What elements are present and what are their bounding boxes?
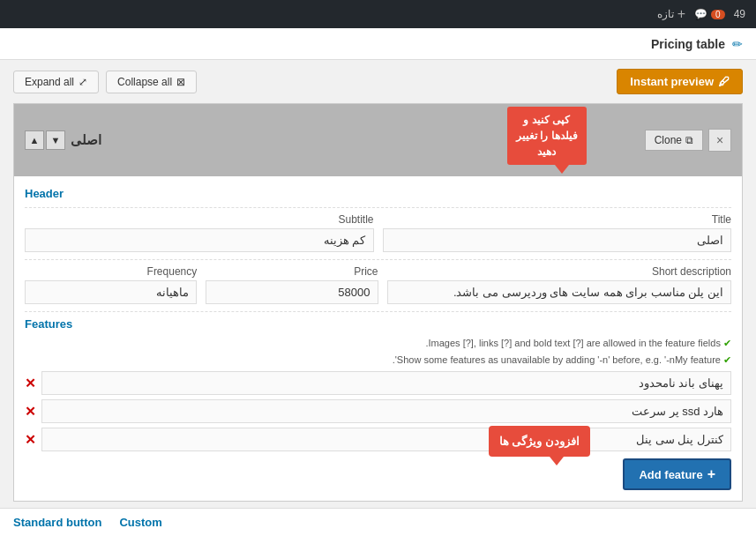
features-info-text2: Show some features as unavailable by add…: [393, 354, 721, 365]
feature-remove-1[interactable]: ✕: [25, 376, 36, 390]
panel-body: Header Subtitle Title: [14, 176, 742, 501]
admin-bar: تازه + 💬 0 49: [0, 0, 756, 28]
features-info-line2: ✔ Show some features as unavailable by a…: [25, 354, 731, 366]
features-section-label: Features: [25, 317, 731, 331]
feature-row-1: ✕: [25, 371, 731, 395]
page-title: Pricing table: [651, 37, 725, 51]
standard-button-link[interactable]: Standard button: [13, 516, 101, 529]
collapse-all-button[interactable]: Collapse all ⊠: [106, 71, 197, 93]
close-button[interactable]: ×: [708, 129, 731, 152]
admin-bar-user: 49: [734, 8, 745, 20]
instant-preview-label: Instant preview: [630, 75, 714, 88]
title-field-group: Title: [383, 213, 732, 252]
comment-icon: 💬: [694, 8, 707, 20]
frequency-input[interactable]: [25, 280, 197, 304]
callout-clone-text: کپی کنید و فیلدها را تغییر دهید: [516, 114, 578, 158]
price-input[interactable]: [206, 280, 378, 304]
short-desc-field-group: Short description: [387, 265, 732, 304]
add-feature-label: Add feature: [639, 468, 702, 481]
short-desc-input[interactable]: [387, 280, 732, 304]
expand-all-button[interactable]: Expand all ⤢: [13, 71, 99, 93]
add-feature-icon: +: [707, 466, 715, 482]
frequency-label: Frequency: [25, 265, 197, 278]
panel-header-right: کپی کنید و فیلدها را تغییر دهید Clone ⧉ …: [507, 111, 731, 169]
feature-remove-3[interactable]: ✕: [25, 433, 36, 446]
panel-title: اصلی: [71, 132, 101, 148]
feature-remove-2[interactable]: ✕: [25, 405, 36, 418]
features-info-text1: Images [?], links [?] and bold text [?] …: [425, 338, 720, 348]
comment-count: 0: [711, 10, 725, 19]
arrow-down-button[interactable]: ▼: [46, 130, 65, 150]
clone-button[interactable]: Clone ⧉: [645, 130, 703, 151]
feature-row-3: ✕: [25, 428, 731, 451]
panel-arrows: ▲ ▼: [25, 130, 65, 150]
subtitle-field-group: Subtitle: [25, 213, 374, 252]
user-count: 49: [734, 8, 745, 20]
edit-icon[interactable]: ✏: [732, 37, 743, 51]
title-input[interactable]: [383, 228, 732, 252]
panel-header: ▲ ▼ اصلی کپی کنید و فیلدها را تغییر دهید…: [14, 104, 742, 176]
callout-add-text: افزودن ویژگی ها: [499, 435, 580, 448]
main-content: ▲ ▼ اصلی کپی کنید و فیلدها را تغییر دهید…: [0, 103, 756, 519]
instant-preview-button[interactable]: Instant preview 🖊: [617, 69, 743, 94]
price-label: Price: [206, 265, 378, 278]
toolbar: Expand all ⤢ Collapse all ⊠ Instant prev…: [0, 60, 756, 103]
admin-bar-new: تازه +: [657, 6, 685, 22]
check-icon2: ✔: [723, 354, 731, 365]
feature-input-1[interactable]: [41, 371, 731, 395]
desc-price-row: Frequency Price Short description: [25, 265, 731, 304]
subtitle-label: Subtitle: [25, 213, 374, 226]
arrow-up-button[interactable]: ▲: [25, 130, 44, 150]
price-field-group: Price: [206, 265, 378, 304]
collapse-all-label: Collapse all: [117, 76, 172, 88]
feature-row-2: ✕: [25, 399, 731, 423]
features-section: Features ✔ Images [?], links [?] and bol…: [25, 317, 731, 490]
check-icon: ✔: [723, 338, 731, 348]
panel-header-left: ▲ ▼ اصلی: [25, 130, 101, 150]
title-subtitle-row: Subtitle Title: [25, 213, 731, 252]
clone-icon: ⧉: [685, 134, 693, 146]
preview-icon: 🖊: [718, 75, 730, 88]
header-section-label: Header: [25, 187, 731, 200]
frequency-field-group: Frequency: [25, 265, 197, 304]
expand-all-label: Expand all: [25, 76, 74, 88]
page-header: Pricing table ✏: [0, 28, 756, 60]
features-info-line1: ✔ Images [?], links [?] and bold text [?…: [25, 338, 731, 349]
expand-icon: ⤢: [79, 76, 87, 88]
clone-label: Clone: [655, 134, 682, 146]
feature-input-2[interactable]: [41, 399, 731, 423]
customize-link[interactable]: Custom: [119, 516, 161, 529]
close-icon: ×: [716, 133, 723, 147]
plus-icon[interactable]: +: [677, 6, 685, 22]
panel: ▲ ▼ اصلی کپی کنید و فیلدها را تغییر دهید…: [13, 103, 743, 502]
new-label: تازه: [657, 8, 674, 20]
add-feature-button[interactable]: Add feature +: [623, 458, 731, 490]
short-desc-label: Short description: [387, 265, 732, 278]
admin-bar-comments: 💬 0: [694, 8, 725, 20]
subtitle-input[interactable]: [25, 228, 374, 252]
feature-input-3[interactable]: [41, 428, 731, 451]
collapse-icon: ⊠: [176, 76, 185, 88]
bottom-bar: Standard button Custom: [0, 508, 756, 536]
title-label: Title: [383, 213, 732, 226]
